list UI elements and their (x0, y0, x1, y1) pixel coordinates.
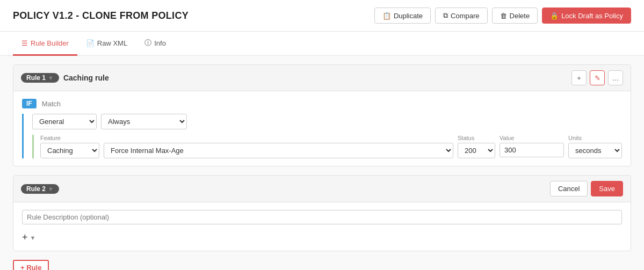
rule-2-chevron-icon: ▼ (48, 186, 54, 192)
tabs-bar: ☰ Rule Builder 📄 Raw XML ⓘ Info (0, 32, 644, 56)
delete-icon: 🗑 (500, 12, 507, 20)
feature-name-select[interactable]: Force Internal Max-Age (104, 143, 453, 158)
delete-button[interactable]: 🗑 Delete (492, 8, 538, 24)
rule-1-badge: Rule 1 ▼ (21, 73, 59, 83)
rule-builder-icon: ☰ (21, 39, 28, 47)
status-label: Status (458, 135, 495, 141)
add-condition-icon-btn[interactable]: + (571, 70, 587, 85)
if-block: IF Match General Always Feature (22, 99, 622, 158)
cancel-button[interactable]: Cancel (550, 181, 588, 196)
units-col: Units seconds (568, 135, 622, 158)
rule-1-block: Rule 1 ▼ Caching rule + ✎ … IF Match (13, 64, 631, 166)
general-condition-row: General Always (32, 114, 622, 129)
lock-draft-button[interactable]: 🔒 Lock Draft as Policy (542, 8, 631, 24)
more-options-icon-btn[interactable]: … (608, 70, 623, 85)
feature-row: Feature Caching Force Internal Max-Age (32, 135, 622, 158)
header-actions: 📋 Duplicate ⧉ Compare 🗑 Delete 🔒 Lock Dr… (374, 8, 631, 24)
tab-rule-builder[interactable]: ☰ Rule Builder (13, 32, 77, 56)
rule-2-header: Rule 2 ▼ Cancel Save (13, 176, 631, 202)
add-condition-button[interactable]: + ▼ (22, 232, 35, 243)
status-col: Status 200 (458, 135, 495, 158)
duplicate-button[interactable]: 📋 Duplicate (374, 8, 431, 24)
plus-icon: + (22, 232, 28, 243)
rule-1-body: IF Match General Always Feature (13, 91, 631, 166)
units-select[interactable]: seconds (568, 143, 622, 158)
feature-col: Feature Caching (40, 135, 99, 158)
rule-description-input[interactable] (22, 210, 622, 224)
rule-2-block: Rule 2 ▼ Cancel Save + ▼ (13, 175, 631, 251)
units-label: Units (568, 135, 622, 141)
page-header: POLICY V1.2 - CLONE FROM POLICY 📋 Duplic… (0, 0, 644, 32)
save-button[interactable]: Save (591, 181, 623, 196)
add-condition-row: + ▼ (22, 232, 622, 243)
if-badge: IF (22, 99, 37, 108)
rule-1-title: Caching rule (63, 74, 109, 82)
info-icon: ⓘ (144, 38, 151, 48)
edit-rule-icon-btn[interactable]: ✎ (590, 70, 605, 85)
tab-info[interactable]: ⓘ Info (136, 32, 175, 56)
raw-xml-icon: 📄 (86, 39, 95, 47)
conditions-area: General Always Feature Caching (22, 114, 622, 158)
general-select[interactable]: General (32, 114, 97, 129)
page-title: POLICY V1.2 - CLONE FROM POLICY (13, 10, 189, 21)
rule-2-badge: Rule 2 ▼ (21, 184, 59, 194)
compare-icon: ⧉ (443, 11, 448, 20)
rule-1-header: Rule 1 ▼ Caching rule + ✎ … (13, 65, 631, 91)
lock-icon: 🔒 (550, 12, 559, 20)
caching-select[interactable]: Caching (40, 143, 99, 158)
content-area: Rule 1 ▼ Caching rule + ✎ … IF Match (0, 56, 644, 270)
tab-raw-xml[interactable]: 📄 Raw XML (77, 32, 136, 56)
duplicate-icon: 📋 (382, 12, 391, 20)
value-label: Value (500, 135, 564, 141)
value-input[interactable] (500, 143, 564, 157)
feature-name-label (104, 135, 453, 141)
compare-button[interactable]: ⧉ Compare (435, 8, 487, 24)
rule-2-body: + ▼ (13, 202, 631, 251)
value-col: Value (500, 135, 564, 157)
feature-label: Feature (40, 135, 99, 141)
add-rule-button[interactable]: + Rule (13, 260, 49, 270)
match-label: Match (42, 100, 61, 108)
status-select[interactable]: 200 (458, 143, 495, 158)
add-chevron-icon: ▼ (30, 235, 36, 241)
always-select[interactable]: Always (101, 114, 187, 129)
rule-1-chevron-icon: ▼ (48, 75, 54, 81)
